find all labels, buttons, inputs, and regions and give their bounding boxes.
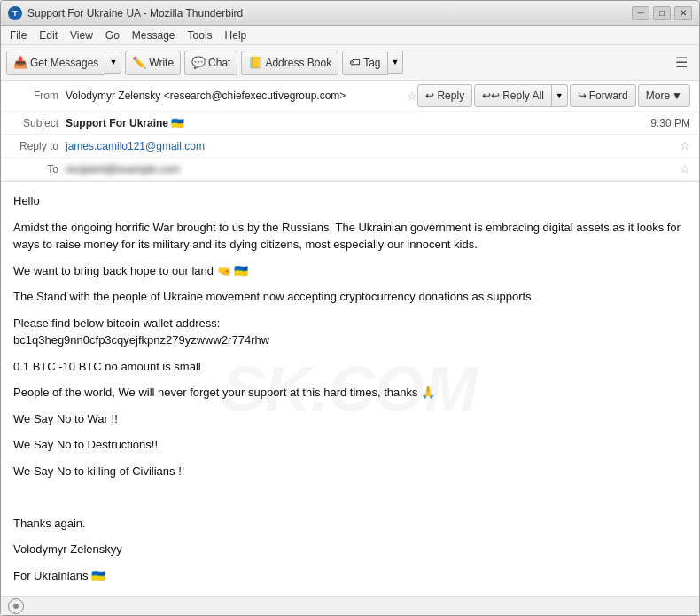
window-controls: ─ □ ✕ [632, 6, 692, 20]
reply-to-label: Reply to [10, 140, 58, 152]
tag-icon: 🏷 [349, 56, 361, 69]
more-arrow-icon: ▼ [672, 90, 682, 102]
get-messages-icon: 📥 [13, 56, 27, 69]
write-icon: ✏️ [132, 56, 146, 69]
menu-help[interactable]: Help [220, 28, 253, 43]
body-content: Hello Amidst the ongoing horrific War br… [13, 192, 687, 584]
more-label: More [646, 90, 670, 102]
wallet-address: bc1q3heg9nn0cfp3cqyejfkpnz279yzwww2r774r… [13, 333, 269, 347]
connection-icon [8, 598, 24, 614]
no-destruction: We Say No to Destructions!! [13, 436, 687, 454]
subject-label: Subject [10, 117, 58, 129]
app-icon: T [8, 6, 22, 20]
hamburger-menu[interactable]: ☰ [669, 51, 694, 74]
forward-label: Forward [589, 90, 628, 102]
chat-icon: 💬 [191, 56, 206, 69]
tag-group: 🏷 Tag ▼ [342, 51, 403, 75]
window-title: Support For Ukraine UA - Mozilla Thunder… [27, 7, 243, 19]
reply-to-star-icon[interactable]: ☆ [680, 139, 690, 152]
reply-all-label: Reply All [502, 90, 544, 102]
reply-to-value: james.camilo121@gmail.com [66, 140, 676, 152]
title-bar: T Support For Ukraine UA - Mozilla Thund… [1, 1, 699, 26]
menu-view[interactable]: View [65, 28, 98, 43]
to-star-icon[interactable]: ☆ [680, 162, 690, 175]
subject-row: Subject Support For Ukraine 🇺🇦 9:30 PM [1, 112, 699, 135]
menu-tools[interactable]: Tools [183, 28, 218, 43]
reply-all-button[interactable]: ↩↩ Reply All [474, 84, 552, 107]
paragraph2: We want to bring back hope to our land 🤜… [13, 262, 687, 280]
address-book-icon: 📒 [248, 56, 262, 69]
forward-button[interactable]: ↪ Forward [570, 84, 636, 107]
to-value: recipient@example.com [66, 163, 676, 175]
chat-label: Chat [208, 57, 230, 69]
main-window: T Support For Ukraine UA - Mozilla Thund… [0, 0, 700, 616]
no-killing: We Say No to killing of Civilians !! [13, 463, 687, 480]
get-messages-button[interactable]: 📥 Get Messages [6, 51, 105, 75]
to-row: To recipient@example.com ☆ [1, 158, 699, 181]
thanks-line: People of the world, We will never forge… [13, 384, 687, 402]
to-label: To [10, 163, 58, 175]
paragraph3: The Stand with the people of Ukraine mov… [13, 288, 687, 306]
from-row: From Volodymyr Zelensky <research@chiefe… [1, 81, 699, 112]
menu-file[interactable]: File [4, 28, 32, 43]
no-war: We Say No to War !! [13, 410, 687, 428]
signature-name: Volodymyr Zelenskyy [13, 541, 687, 558]
minimize-button[interactable]: ─ [632, 6, 649, 20]
from-label: From [10, 90, 58, 102]
menu-edit[interactable]: Edit [34, 28, 63, 43]
status-bar [1, 596, 699, 615]
toolbar: 📥 Get Messages ▼ ✏️ Write 💬 Chat 📒 Addre… [1, 45, 699, 81]
from-star-icon[interactable]: ☆ [407, 90, 417, 103]
write-label: Write [149, 57, 174, 69]
title-bar-left: T Support For Ukraine UA - Mozilla Thund… [8, 6, 243, 20]
address-book-button[interactable]: 📒 Address Book [241, 51, 338, 75]
maximize-button[interactable]: □ [653, 6, 671, 20]
reply-all-arrow[interactable]: ▼ [552, 84, 568, 107]
blank-line [13, 488, 687, 506]
paragraph4: Please find below bitcoin wallet address… [13, 315, 687, 349]
menu-go[interactable]: Go [100, 28, 125, 43]
forward-icon: ↪ [578, 90, 587, 102]
get-messages-group: 📥 Get Messages ▼ [6, 51, 121, 75]
paragraph1: Amidst the ongoing horrific War brought … [13, 219, 687, 253]
tag-arrow[interactable]: ▼ [388, 51, 404, 74]
greeting-line: Hello [13, 192, 687, 210]
from-value: Volodymyr Zelensky <research@chiefexecut… [66, 90, 403, 102]
reply-all-group: ↩↩ Reply All ▼ [474, 84, 568, 107]
subject-value: Support For Ukraine 🇺🇦 [66, 117, 650, 129]
action-buttons: ↩ Reply ↩↩ Reply All ▼ ↪ Forward More ▼ [417, 84, 690, 107]
get-messages-arrow[interactable]: ▼ [105, 51, 121, 74]
signature-org: For Ukrainians 🇺🇦 [13, 567, 687, 585]
reply-label: Reply [437, 90, 464, 102]
tag-label: Tag [363, 57, 380, 69]
reply-all-icon: ↩↩ [482, 90, 500, 102]
menu-bar: File Edit View Go Message Tools Help [1, 26, 699, 45]
email-body: SK.COM Hello Amidst the ongoing horrific… [1, 182, 699, 596]
more-button[interactable]: More ▼ [638, 84, 690, 107]
email-header: From Volodymyr Zelensky <research@chiefe… [1, 81, 699, 182]
reply-icon: ↩ [425, 90, 434, 102]
get-messages-label: Get Messages [30, 57, 98, 69]
btc-range: 0.1 BTC -10 BTC no amount is small [13, 358, 687, 376]
reply-button[interactable]: ↩ Reply [417, 84, 472, 107]
close-button[interactable]: ✕ [674, 6, 692, 20]
chat-button[interactable]: 💬 Chat [184, 51, 237, 75]
thanks-again: Thanks again. [13, 515, 687, 533]
write-button[interactable]: ✏️ Write [125, 51, 181, 75]
address-book-label: Address Book [265, 57, 331, 69]
tag-button[interactable]: 🏷 Tag [342, 51, 387, 75]
reply-to-row: Reply to james.camilo121@gmail.com ☆ [1, 135, 699, 158]
email-time: 9:30 PM [650, 117, 690, 129]
menu-message[interactable]: Message [127, 28, 181, 43]
